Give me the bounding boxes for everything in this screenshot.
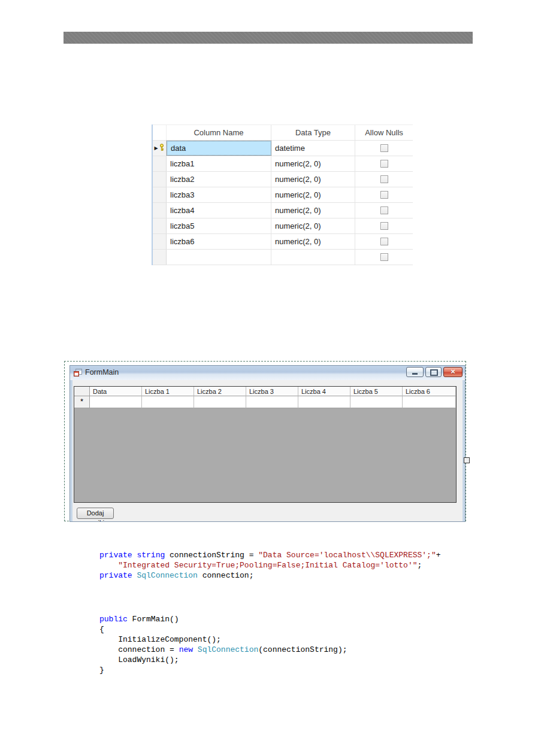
column-name-cell[interactable]: liczba2 — [167, 172, 271, 187]
maximize-button[interactable] — [425, 367, 442, 377]
designer-row-selector[interactable] — [153, 203, 167, 218]
grid-column-header[interactable]: Liczba 2 — [194, 387, 246, 396]
designer-header-column-name: Column Name — [167, 125, 271, 140]
designer-row-selector[interactable] — [153, 234, 167, 249]
column-name-cell[interactable]: liczba6 — [167, 234, 271, 249]
column-name-cell[interactable] — [167, 250, 271, 265]
formmain-screenshot-selection[interactable]: FormMain × Data Liczba 1 Liczba 2 Liczba… — [64, 361, 466, 521]
designer-row-selector[interactable] — [153, 172, 167, 187]
allow-nulls-checkbox[interactable] — [380, 253, 388, 261]
data-type-cell[interactable]: numeric(2, 0) — [271, 203, 355, 218]
formmain-window: FormMain × Data Liczba 1 Liczba 2 Liczba… — [69, 365, 466, 522]
maximize-icon — [430, 369, 438, 376]
close-button[interactable]: × — [443, 367, 463, 377]
primary-key-icon — [159, 144, 165, 153]
data-type-cell[interactable]: datetime — [271, 141, 355, 156]
allow-nulls-checkbox[interactable] — [380, 222, 388, 230]
designer-corner-cell — [153, 125, 167, 140]
designer-row: liczba2 numeric(2, 0) — [153, 172, 413, 187]
grid-column-header[interactable]: Liczba 3 — [246, 387, 298, 396]
allow-nulls-checkbox[interactable] — [380, 207, 388, 214]
window-titlebar[interactable]: FormMain × — [70, 366, 465, 380]
selection-resize-handle[interactable] — [464, 457, 470, 463]
grid-column-header[interactable]: Liczba 1 — [142, 387, 194, 396]
designer-header-data-type: Data Type — [271, 125, 355, 140]
allow-nulls-checkbox[interactable] — [380, 175, 388, 183]
grid-cell[interactable] — [246, 396, 298, 408]
column-name-cell[interactable]: liczba3 — [167, 187, 271, 202]
window-client-area: Data Liczba 1 Liczba 2 Liczba 3 Liczba 4… — [72, 380, 463, 521]
grid-column-header[interactable]: Liczba 4 — [298, 387, 350, 396]
designer-row-empty — [153, 250, 413, 265]
grid-corner-cell[interactable] — [74, 387, 90, 396]
grid-cell[interactable] — [194, 396, 246, 408]
designer-row: liczba1 numeric(2, 0) — [153, 156, 413, 172]
designer-header-row: Column Name Data Type Allow Nulls — [153, 125, 413, 141]
datagridview[interactable]: Data Liczba 1 Liczba 2 Liczba 3 Liczba 4… — [74, 386, 457, 503]
designer-header-allow-nulls: Allow Nulls — [355, 125, 413, 140]
dodaj-wyniki-button[interactable]: Dodaj wyniki — [77, 508, 114, 519]
grid-column-header[interactable]: Liczba 6 — [403, 387, 456, 396]
grid-column-header[interactable]: Liczba 5 — [350, 387, 403, 396]
designer-row: liczba4 numeric(2, 0) — [153, 203, 413, 218]
designer-row: liczba6 numeric(2, 0) — [153, 234, 413, 250]
grid-cell[interactable] — [403, 396, 456, 408]
grid-cell[interactable] — [350, 396, 403, 408]
form-icon — [73, 368, 83, 377]
column-name-cell[interactable]: liczba4 — [167, 203, 271, 218]
column-name-cell[interactable]: data — [167, 141, 271, 156]
data-type-cell[interactable]: numeric(2, 0) — [271, 187, 355, 202]
grid-cell[interactable] — [90, 396, 142, 408]
minimize-button[interactable] — [406, 367, 424, 377]
allow-nulls-checkbox[interactable] — [380, 144, 388, 152]
column-name-cell[interactable]: liczba5 — [167, 218, 271, 233]
window-title: FormMain — [85, 368, 119, 377]
code-snippet-constructor: public FormMain(){ InitializeComponent()… — [99, 614, 347, 675]
designer-row-selector[interactable] — [153, 187, 167, 202]
designer-row-selector[interactable]: ▶ — [153, 141, 167, 156]
designer-row-selector[interactable] — [153, 218, 167, 233]
page-header-bar — [64, 32, 473, 44]
code-snippet-connection: private string connectionString = "Data … — [99, 550, 441, 581]
allow-nulls-checkbox[interactable] — [380, 238, 388, 245]
grid-header-row: Data Liczba 1 Liczba 2 Liczba 3 Liczba 4… — [74, 387, 456, 396]
designer-row-selector[interactable] — [153, 156, 167, 171]
sql-table-designer: Column Name Data Type Allow Nulls ▶ data… — [152, 125, 413, 265]
grid-cell[interactable] — [142, 396, 194, 408]
grid-column-header[interactable]: Data — [90, 387, 142, 396]
data-type-cell[interactable] — [271, 250, 355, 265]
designer-row-selector[interactable] — [153, 250, 167, 265]
allow-nulls-checkbox[interactable] — [380, 191, 388, 199]
data-type-cell[interactable]: numeric(2, 0) — [271, 218, 355, 233]
minimize-icon — [412, 373, 418, 375]
designer-row: liczba3 numeric(2, 0) — [153, 187, 413, 203]
designer-row: ▶ data datetime — [153, 141, 413, 156]
designer-left-accent — [152, 125, 153, 265]
column-name-cell[interactable]: liczba1 — [167, 156, 271, 171]
row-selector-arrow-icon: ▶ — [154, 145, 158, 151]
new-row-indicator[interactable]: * — [74, 396, 90, 408]
grid-cell[interactable] — [298, 396, 350, 408]
data-type-cell[interactable]: numeric(2, 0) — [271, 234, 355, 249]
designer-row: liczba5 numeric(2, 0) — [153, 218, 413, 234]
data-type-cell[interactable]: numeric(2, 0) — [271, 172, 355, 187]
grid-new-row: * — [74, 396, 456, 408]
allow-nulls-checkbox[interactable] — [380, 160, 388, 168]
data-type-cell[interactable]: numeric(2, 0) — [271, 156, 355, 171]
